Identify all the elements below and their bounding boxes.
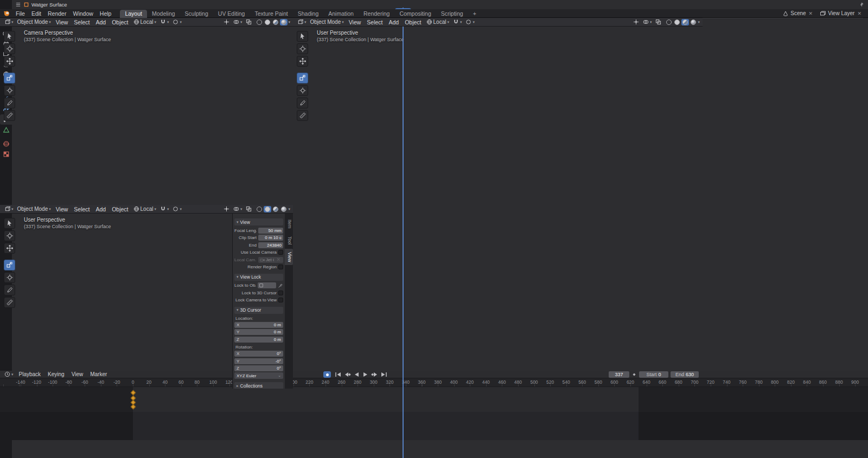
axis-y-slider[interactable]: Y-0° [234,358,283,364]
viewport-menu-view[interactable]: View [346,18,364,26]
shading-rendered-button[interactable] [280,206,288,212]
tool-annotate-button[interactable] [4,285,15,295]
shading-dropdown[interactable]: ▾ [698,20,700,24]
transform-orientation-dropdown[interactable]: Local▾ [132,205,158,212]
jump-to-prev-keyframe-button[interactable] [343,371,351,378]
viewport-menu-select[interactable]: Select [71,205,92,213]
tool-measure-button[interactable] [4,110,15,121]
viewport-menu-select[interactable]: Select [71,18,92,26]
panel-section-collections[interactable]: ▸Collections [234,382,283,389]
snapping-toggle[interactable]: ▾ [451,18,464,25]
timeline-ruler[interactable]: -140-120-100-80-60-40-200204060801001201… [0,378,868,387]
viewport-menu-view[interactable]: View [53,205,71,213]
workspace-tab-rendering[interactable]: Rendering [359,10,394,18]
mode-dropdown[interactable]: Object Mode▾ [309,18,346,25]
topbar-menu-edit[interactable]: Edit [28,10,44,17]
timeline-tracks[interactable] [0,387,868,440]
workspace-tab-sculpting[interactable]: Sculpting [180,10,213,18]
proportional-editing-toggle[interactable]: ▾ [171,18,183,25]
tool-measure-button[interactable] [297,110,308,121]
show-overlays-toggle[interactable]: ▾ [232,205,244,212]
shading-solid-button[interactable] [264,206,271,212]
show-gizmo-toggle[interactable] [631,18,641,25]
tool-annotate-button[interactable] [4,98,15,108]
shading-dropdown[interactable]: ▾ [288,207,290,211]
object-field-local-cam[interactable]: Jet C✕ [258,257,283,263]
axis-x-slider[interactable]: X0 m [234,322,283,328]
snapping-toggle[interactable]: ▾ [158,205,171,212]
field-value-focal-leng[interactable]: 50 mm [258,228,283,234]
tool-select-button[interactable] [4,31,15,42]
blender-icon[interactable] [3,10,10,17]
workspace-tab-modeling[interactable]: Modeling [147,10,180,18]
workspace-tab-texture-paint[interactable]: Texture Paint [250,10,292,18]
viewport-menu-object[interactable]: Object [109,205,131,213]
playhead-line[interactable] [403,8,404,458]
viewport-menu-object[interactable]: Object [402,18,424,26]
play-reverse-button[interactable] [352,371,360,378]
topbar-menu-render[interactable]: Render [44,10,69,17]
mode-dropdown[interactable]: Object Mode▾ [16,18,53,25]
checkbox-lock-camera-to-view[interactable] [278,298,283,302]
editor-type-button[interactable]: ▾ [3,205,15,212]
tool-transform-button[interactable] [4,85,15,96]
timeline-menu-playback[interactable]: Playback [16,371,44,377]
viewport-menu-add[interactable]: Add [386,18,402,26]
transform-orientation-dropdown[interactable]: Local▾ [132,18,158,25]
shading-wire-button[interactable] [256,206,263,212]
axis-y-slider[interactable]: Y0 m [234,329,283,335]
editor-type-button[interactable]: ▾ [296,18,308,25]
proportional-editing-toggle[interactable]: ▾ [171,205,183,212]
show-gizmo-toggle[interactable] [222,18,231,25]
timeline-menu-keying[interactable]: Keying [44,371,68,377]
checkbox-render-region[interactable] [278,265,283,269]
dropdown-xyz-euler[interactable]: XYZ Euler⌄ [234,372,283,379]
shading-rendered-button[interactable] [280,19,288,25]
n-panel-tab-item[interactable]: Item [285,216,293,232]
shading-rendered-button[interactable] [690,19,697,25]
tool-cursor-button[interactable] [4,43,15,54]
viewport-menu-view[interactable]: View [53,18,71,26]
auto-keyframe-button[interactable] [323,371,331,378]
tool-scale-button[interactable] [297,73,308,83]
shading-wire-button[interactable] [665,19,673,25]
shading-solid-button[interactable] [673,19,681,25]
shading-material-button[interactable] [272,206,279,212]
properties-tab-texture[interactable] [0,149,12,159]
viewport-menu-select[interactable]: Select [364,18,385,26]
tool-cursor-button[interactable] [4,230,15,241]
viewport-menu-add[interactable]: Add [93,205,109,213]
unlink-scene-icon[interactable]: ✕ [808,11,814,16]
shading-wire-button[interactable] [256,19,263,25]
xray-toggle[interactable] [244,205,253,212]
tool-select-button[interactable] [4,218,15,229]
checkbox-lock-to-3d-cursor[interactable] [278,291,283,295]
end-frame-field[interactable]: End630 [671,371,699,378]
eyedropper-icon[interactable] [278,283,283,288]
view-layer-selector[interactable]: View Layer✕ [818,10,865,17]
clear-icon[interactable]: ✕ [275,257,282,262]
axis-z-slider[interactable]: Z0 m [234,337,283,343]
workspace-tab-layout[interactable]: Layout [120,10,147,18]
tool-measure-button[interactable] [4,297,15,308]
viewport-menu-object[interactable]: Object [109,18,131,26]
show-overlays-toggle[interactable]: ▾ [641,18,654,25]
workspace-tab-scripting[interactable]: Scripting [436,10,468,18]
shading-material-button[interactable] [681,19,689,25]
workspace-tab-animation[interactable]: Animation [323,10,359,18]
axis-x-slider[interactable]: X0° [234,351,283,357]
tool-move-button[interactable] [4,56,15,67]
shading-material-button[interactable] [272,19,279,25]
workspace-tab-compositing[interactable]: Compositing [394,10,436,18]
mode-dropdown[interactable]: Object Mode▾ [16,205,53,212]
pin-icon[interactable] [859,2,865,8]
tool-transform-button[interactable] [4,272,15,283]
timeline-menu-view[interactable]: View [68,371,87,377]
panel-section-view-lock[interactable]: ▾View Lock [234,274,283,281]
shading-solid-button[interactable] [264,19,271,25]
xray-toggle[interactable] [654,18,663,25]
properties-editor-icon[interactable] [15,2,21,8]
checkbox-use-local-camera[interactable] [278,250,283,255]
topbar-menu-file[interactable]: File [12,10,28,17]
timeline-menu-marker[interactable]: Marker [87,371,110,377]
